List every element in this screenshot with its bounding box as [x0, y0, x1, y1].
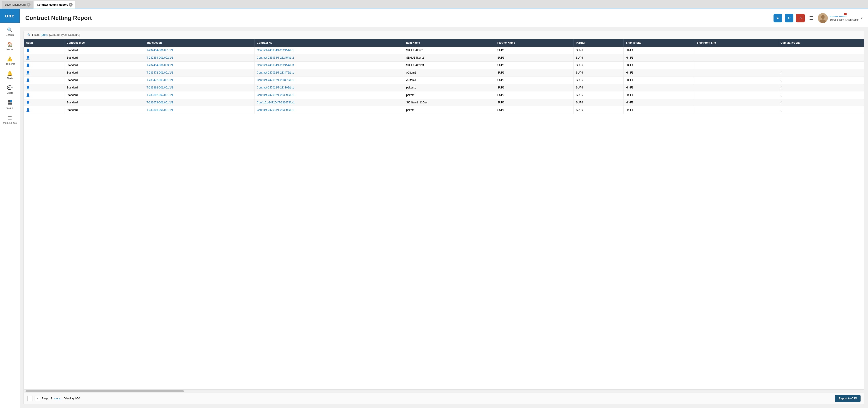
sidebar-item-switch[interactable]: Switch	[0, 97, 20, 113]
audit-icon[interactable]: 👤	[26, 86, 30, 89]
ship-to-site-cell: H4-F1	[623, 54, 694, 62]
transaction-cell-link[interactable]: T-233392-002/001/1/1	[147, 93, 173, 97]
tab-buyer-dashboard[interactable]: Buyer Dashboard ✕	[2, 1, 33, 9]
table-footer: ‹ › Page: 1 more... Viewing 1-50 Export …	[24, 392, 864, 404]
contract-type-cell: Standard	[64, 84, 144, 91]
ship-from-site-cell	[694, 69, 778, 77]
contract-no-cell-link[interactable]: Contract-247012/T-233392/L-1	[257, 86, 294, 89]
ship-from-site-cell	[694, 91, 778, 99]
transaction-cell-link[interactable]: T-233392-001/001/1/1	[147, 86, 173, 89]
menu-button[interactable]: ☰	[807, 14, 815, 22]
menus-icon: ☰	[8, 115, 12, 121]
current-page: 1	[51, 397, 52, 400]
search-icon: 🔍	[7, 27, 13, 33]
page-header: Contract Netting Report ★ ↻ ✕ ☰	[20, 9, 868, 27]
contract-no-cell-link[interactable]: Contract-247013/T-233393/L-1	[257, 108, 294, 112]
contract-no-cell[interactable]: Contract-245954/T-232454/L-1	[254, 47, 404, 54]
table-wrapper[interactable]: Audit Contract Type Transaction Contract…	[24, 39, 864, 389]
report-area: 🔍 Filters (edit): [Contract Type: Standa…	[24, 31, 864, 404]
partner-name-cell: SUP6	[495, 106, 574, 114]
contract-no-cell-link[interactable]: Contract-247092/T-233472/L-1	[257, 71, 294, 74]
sidebar-item-alerts[interactable]: 🔔 Alerts	[0, 68, 20, 82]
horizontal-scrollbar[interactable]	[24, 389, 864, 392]
contract-no-cell-link[interactable]: Contract-245954/T-232454/L-2	[257, 56, 294, 59]
audit-icon[interactable]: 👤	[26, 78, 30, 82]
close-button[interactable]: ✕	[796, 14, 805, 22]
sidebar-item-menus[interactable]: ☰ Menus/Favs	[0, 113, 20, 127]
transaction-cell[interactable]: T-232454-001/001/1/1	[144, 47, 254, 54]
audit-icon[interactable]: 👤	[26, 108, 30, 112]
chats-icon: 💬	[7, 85, 13, 90]
table-row: 👤StandardT-232454-001/002/1/1Contract-24…	[24, 54, 864, 62]
contract-type-cell: Standard	[64, 69, 144, 77]
transaction-cell-link[interactable]: T-232454-001/002/1/1	[147, 56, 173, 59]
col-transaction: Transaction	[144, 39, 254, 47]
sidebar-item-home[interactable]: 🏠 Home	[0, 39, 20, 53]
contract-no-cell[interactable]: Contract-245954/T-232454/L-3	[254, 62, 404, 69]
partner-cell: SUP6	[574, 106, 623, 114]
contract-no-cell[interactable]: Contract-247013/T-233393/L-1	[254, 106, 404, 114]
page-label: Page:	[42, 397, 49, 400]
header-actions: ★ ↻ ✕ ☰ ••••••••• •••••••• B	[774, 13, 863, 23]
contract-no-cell[interactable]: Contract-245954/T-232454/L-2	[254, 54, 404, 62]
sidebar-item-chats[interactable]: 💬 Chats	[0, 82, 20, 97]
tab-close-contract-netting[interactable]: ✕	[69, 3, 72, 6]
transaction-cell[interactable]: T-232454-001/003/1/1	[144, 62, 254, 69]
transaction-cell-link[interactable]: T-232454-001/001/1/1	[147, 49, 173, 52]
user-section: ••••••••• •••••••• Buyer Supply Chain Ad…	[818, 13, 863, 23]
prev-page-button[interactable]: ‹	[27, 396, 33, 401]
tab-close-buyer-dashboard[interactable]: ✕	[27, 3, 31, 6]
transaction-cell-link[interactable]: T-233472-003/001/1/1	[147, 79, 173, 82]
transaction-cell[interactable]: T-233673-001/001/1/1	[144, 99, 254, 106]
item-name-cell: SK_Item1_13Dec	[404, 99, 495, 106]
contract-type-cell: Standard	[64, 99, 144, 106]
transaction-cell[interactable]: T-233393-001/001/1/1	[144, 106, 254, 114]
contract-no-cell-link[interactable]: Contract-247012/T-233392/L-1	[257, 93, 294, 97]
audit-icon[interactable]: 👤	[26, 63, 30, 67]
ship-to-site-cell: H4-F1	[623, 69, 694, 77]
user-role: Buyer Supply Chain Admin	[830, 18, 859, 21]
transaction-cell[interactable]: T-232454-001/002/1/1	[144, 54, 254, 62]
sidebar-logo[interactable]: one	[0, 9, 20, 23]
audit-icon[interactable]: 👤	[26, 71, 30, 75]
transaction-cell[interactable]: T-233392-001/001/1/1	[144, 84, 254, 91]
sidebar-item-search[interactable]: 🔍 Search	[0, 24, 20, 39]
contract-no-cell-link[interactable]: Contract-247092/T-233472/L-1	[257, 79, 294, 82]
audit-cell: 👤	[24, 84, 64, 91]
sidebar-item-problems[interactable]: ⚠️ Problems	[0, 53, 20, 68]
transaction-cell[interactable]: T-233472-003/001/1/1	[144, 77, 254, 84]
favorite-button[interactable]: ★	[774, 14, 782, 22]
audit-icon[interactable]: 👤	[26, 101, 30, 104]
contract-no-cell-link[interactable]: Contract-245954/T-232454/L-1	[257, 49, 294, 52]
cumulative-qty-cell	[778, 62, 864, 69]
partner-name-cell: SUP6	[495, 84, 574, 91]
alerts-icon: 🔔	[7, 70, 13, 76]
filter-edit-link[interactable]: (edit):	[41, 33, 48, 36]
ship-from-site-cell	[694, 47, 778, 54]
transaction-cell-link[interactable]: T-233393-001/001/1/1	[147, 108, 173, 112]
tab-contract-netting[interactable]: Contract Netting Report ✕	[34, 1, 75, 9]
refresh-button[interactable]: ↻	[785, 14, 794, 22]
contract-no-cell-link[interactable]: Contract-245954/T-232454/L-3	[257, 64, 294, 67]
transaction-cell[interactable]: T-233472-001/001/1/1	[144, 69, 254, 77]
svg-point-5	[821, 15, 825, 19]
audit-icon[interactable]: 👤	[26, 49, 30, 52]
contract-no-cell[interactable]: Contract-247012/T-233392/L-1	[254, 91, 404, 99]
transaction-cell-link[interactable]: T-233673-001/001/1/1	[147, 101, 173, 104]
item-name-cell: SBHUB4Item1	[404, 47, 495, 54]
transaction-cell-link[interactable]: T-233472-001/001/1/1	[147, 71, 173, 74]
audit-icon[interactable]: 👤	[26, 56, 30, 60]
export-csv-button[interactable]: Export to CSV	[835, 395, 861, 402]
contract-no-cell-link[interactable]: Con#101-247254/T-233673/L-1	[257, 101, 294, 104]
user-dropdown-arrow[interactable]: ▾	[861, 16, 863, 20]
audit-icon[interactable]: 👤	[26, 93, 30, 97]
transaction-cell-link[interactable]: T-232454-001/003/1/1	[147, 64, 173, 67]
next-page-button[interactable]: ›	[35, 396, 40, 401]
more-pages-link[interactable]: more...	[54, 397, 62, 400]
contract-no-cell[interactable]: Contract-247092/T-233472/L-1	[254, 69, 404, 77]
contract-no-cell[interactable]: Con#101-247254/T-233673/L-1	[254, 99, 404, 106]
transaction-cell[interactable]: T-233392-002/001/1/1	[144, 91, 254, 99]
col-ship-to-site: Ship To Site	[623, 39, 694, 47]
contract-no-cell[interactable]: Contract-247092/T-233472/L-1	[254, 77, 404, 84]
contract-no-cell[interactable]: Contract-247012/T-233392/L-1	[254, 84, 404, 91]
